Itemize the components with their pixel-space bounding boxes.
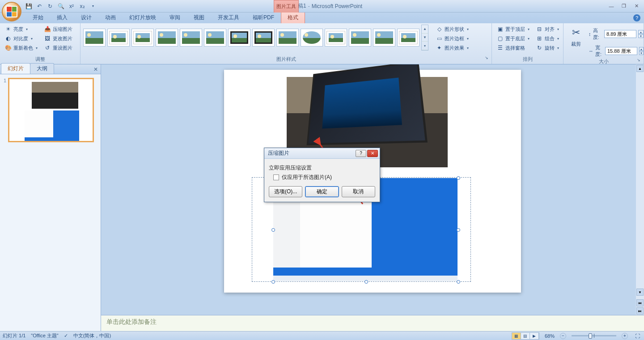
redo-icon[interactable]: ↻	[46, 2, 55, 11]
vertical-scrollbar[interactable]: ▲ ▼ ⏮ ⏭	[636, 64, 644, 315]
picture-shape-button[interactable]: ◇图片形状▾	[434, 25, 470, 34]
options-button[interactable]: 选项(O)...	[269, 186, 302, 197]
align-button[interactable]: ⊟对齐▾	[534, 25, 561, 34]
picture-style-item[interactable]	[156, 29, 178, 47]
zoom-level[interactable]: 68%	[545, 333, 555, 339]
picture-style-item[interactable]	[373, 29, 395, 47]
ok-button[interactable]: 确定	[305, 186, 339, 197]
status-bar: 幻灯片 1/1 "Office 主题" ✓ 中文(简体，中国) ▦ ▤ ▶ 68…	[0, 331, 644, 340]
selection-handle[interactable]	[457, 228, 460, 232]
slideshow-view-button[interactable]: ▶	[530, 333, 539, 339]
prev-slide-icon[interactable]: ⏮	[636, 299, 644, 306]
picture-style-item[interactable]	[180, 29, 202, 47]
qat-dropdown-icon[interactable]: ▾	[89, 2, 97, 11]
picture-style-item[interactable]	[204, 29, 226, 47]
cancel-button[interactable]: 取消	[342, 186, 375, 197]
tab-home[interactable]: 开始	[26, 12, 50, 23]
tab-format[interactable]: 格式	[281, 12, 305, 23]
height-input[interactable]	[604, 30, 636, 38]
tab-foxit-pdf[interactable]: 福昕PDF	[246, 12, 281, 23]
recolor-button[interactable]: 🎨重新着色▾	[3, 43, 39, 52]
tab-design[interactable]: 设计	[74, 12, 98, 23]
app-name: Microsoft PowerPoint	[312, 3, 362, 9]
dialog-launcher-icon[interactable]: ↘	[483, 55, 490, 62]
compress-pictures-button[interactable]: 📥压缩图片	[42, 25, 74, 34]
picture-style-item[interactable]	[397, 29, 419, 47]
picture-border-button[interactable]: ▭图片边框▾	[434, 34, 470, 43]
picture-effects-button[interactable]: ✦图片效果▾	[434, 43, 470, 52]
panel-tab-slides[interactable]: 幻灯片	[1, 63, 30, 74]
gallery-scroll[interactable]: ▲▼▾	[421, 25, 428, 51]
sorter-view-button[interactable]: ▤	[521, 333, 530, 339]
dialog-close-button[interactable]: ✕	[367, 150, 378, 157]
selection-handle[interactable]	[457, 280, 460, 284]
save-icon[interactable]: 💾	[24, 2, 33, 11]
scroll-up-icon[interactable]: ▲	[636, 65, 644, 72]
selection-pane-button[interactable]: ☰选择窗格	[495, 43, 531, 52]
tab-insert[interactable]: 插入	[50, 12, 74, 23]
picture-style-item[interactable]	[276, 29, 299, 47]
brightness-button[interactable]: ☀亮度▾	[3, 25, 39, 34]
scroll-down-icon[interactable]: ▼	[422, 34, 428, 42]
zoom-out-button[interactable]: −	[560, 333, 566, 339]
restore-button[interactable]: ❐	[618, 3, 630, 10]
picture-style-item[interactable]	[349, 29, 371, 47]
height-spinner[interactable]: ▲▼	[638, 30, 644, 38]
picture-style-item[interactable]	[228, 29, 250, 47]
selection-pane-icon: ☰	[496, 44, 504, 51]
selection-handle[interactable]	[364, 280, 368, 284]
gallery-expand-icon[interactable]: ▾	[422, 42, 428, 50]
slide-thumbnail[interactable]: 1	[4, 78, 97, 142]
panel-close-icon[interactable]: ✕	[93, 66, 98, 72]
superscript-icon[interactable]: x²	[67, 2, 76, 11]
language-indicator[interactable]: 中文(简体，中国)	[73, 332, 111, 339]
dialog-help-button[interactable]: ?	[356, 150, 366, 157]
tab-review[interactable]: 审阅	[163, 12, 187, 23]
dialog-launcher-icon[interactable]: ↘	[636, 58, 642, 64]
rotate-button[interactable]: ↻旋转▾	[534, 43, 561, 52]
scroll-up-icon[interactable]: ▲	[422, 25, 428, 34]
width-input[interactable]	[605, 47, 637, 55]
help-icon[interactable]: ?	[633, 14, 640, 21]
office-button[interactable]	[2, 2, 21, 21]
scroll-down-icon[interactable]: ▼	[636, 289, 644, 296]
picture-style-item[interactable]	[107, 29, 130, 47]
selection-handle[interactable]	[271, 280, 275, 284]
zoom-in-button[interactable]: +	[622, 333, 628, 339]
tab-view[interactable]: 视图	[187, 12, 211, 23]
reset-picture-button[interactable]: ↺重设图片	[42, 43, 74, 52]
picture-style-item[interactable]	[301, 29, 323, 47]
normal-view-button[interactable]: ▦	[512, 333, 521, 339]
next-slide-icon[interactable]: ⏭	[636, 307, 644, 314]
panel-tab-outline[interactable]: 大纲	[30, 63, 54, 74]
width-spinner[interactable]: ▲▼	[639, 47, 644, 55]
zoom-slider[interactable]	[572, 335, 616, 336]
tab-animation[interactable]: 动画	[98, 12, 123, 23]
minimize-button[interactable]: —	[606, 3, 617, 10]
bring-front-button[interactable]: ▣置于顶层▾	[495, 25, 531, 34]
close-button[interactable]: ✕	[631, 3, 642, 10]
tab-slideshow[interactable]: 幻灯片放映	[123, 12, 163, 23]
notes-pane[interactable]: 单击此处添加备注	[101, 315, 644, 331]
picture-style-item[interactable]	[252, 29, 275, 47]
selection-handle[interactable]	[271, 228, 275, 232]
change-picture-button[interactable]: 🖼更改图片	[42, 34, 74, 43]
picture-style-item[interactable]	[325, 29, 347, 47]
fit-window-button[interactable]: ⛶	[633, 333, 641, 339]
apply-only-selected-checkbox[interactable]: 仅应用于所选图片(A)	[273, 174, 332, 181]
dialog-body: 立即应用压缩设置 仅应用于所选图片(A) 选项(O)... 确定 取消	[264, 159, 380, 202]
selection-handle[interactable]	[457, 176, 460, 180]
crop-button[interactable]: ✂裁剪	[566, 25, 586, 48]
tab-developer[interactable]: 开发工具	[211, 12, 246, 23]
send-back-button[interactable]: ▢置于底层▾	[495, 34, 531, 43]
picture-style-item[interactable]	[83, 29, 106, 47]
spellcheck-icon[interactable]: ✓	[64, 333, 68, 339]
subscript-icon[interactable]: x₂	[78, 2, 87, 11]
picture-style-item[interactable]	[131, 29, 154, 47]
group-button[interactable]: ⊞组合▾	[534, 34, 561, 43]
undo-icon[interactable]: ↶	[35, 2, 44, 11]
contrast-button[interactable]: ◐对比度▾	[3, 34, 39, 43]
print-preview-icon[interactable]: 🔍	[56, 2, 65, 11]
dialog-titlebar[interactable]: 压缩图片 ? ✕	[264, 148, 380, 159]
ribbon-tabs: 开始 插入 设计 动画 幻灯片放映 审阅 视图 开发工具 福昕PDF 格式	[0, 13, 644, 23]
